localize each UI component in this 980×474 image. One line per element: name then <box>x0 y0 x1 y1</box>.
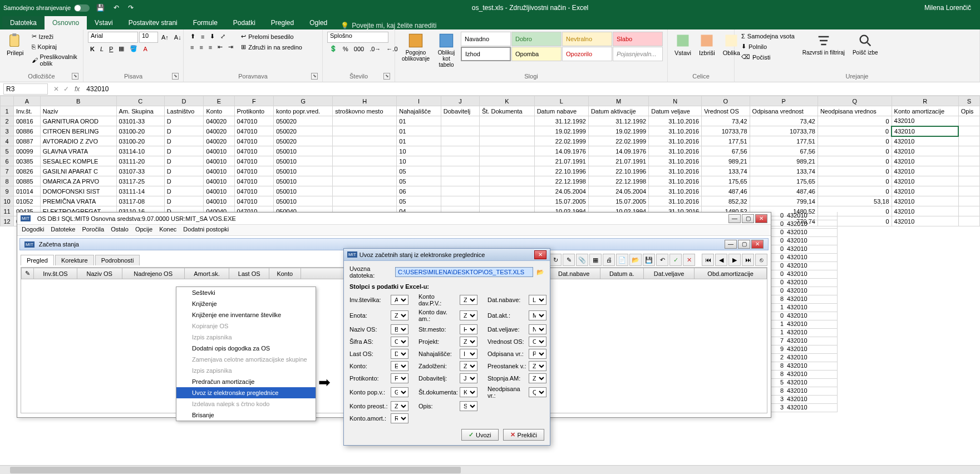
cell[interactable]: 133,74 <box>702 166 750 176</box>
browse-button[interactable]: 📂 <box>536 269 544 276</box>
import-button[interactable]: ✓Uvozi <box>461 429 499 441</box>
cell[interactable]: 040020 <box>204 136 234 146</box>
mit-col[interactable]: Amort.sk. <box>184 268 229 279</box>
cell[interactable]: 050010 <box>274 156 333 166</box>
cell[interactable] <box>479 196 534 206</box>
sub-minimize-button[interactable]: — <box>725 240 737 249</box>
style-good[interactable]: Dobro <box>511 32 562 46</box>
cell[interactable]: 047010 <box>234 126 274 136</box>
delete-tb-button[interactable]: ✕ <box>683 254 695 266</box>
mit-col[interactable]: Last OS <box>229 268 269 279</box>
col-select[interactable]: Z <box>391 310 408 320</box>
cell[interactable]: 31.10.2016 <box>649 116 702 126</box>
menu-Dodatni postopki[interactable]: Dodatni postopki <box>183 226 229 234</box>
col-select[interactable]: Z <box>460 310 477 320</box>
cell[interactable]: 15.07.2005 <box>534 196 588 206</box>
cell[interactable]: D <box>164 136 204 146</box>
bold-button[interactable]: K <box>88 45 97 53</box>
cell[interactable]: 31.10.2016 <box>649 146 702 156</box>
exit-button[interactable]: ⎋ <box>755 254 767 266</box>
cell[interactable]: 31.12.1992 <box>534 116 588 126</box>
row-header-12[interactable]: 12 <box>1 216 14 226</box>
col-header-G[interactable]: G <box>274 96 333 106</box>
header-cell[interactable]: Odpisana vrednost <box>750 106 818 116</box>
currency-button[interactable]: 💲 <box>327 44 339 53</box>
cell[interactable]: 047010 <box>234 166 274 176</box>
cut-button[interactable]: ✂Izreži <box>29 32 80 41</box>
open-button[interactable]: 📂 <box>629 254 642 266</box>
cell[interactable]: 19.02.1999 <box>534 126 588 136</box>
cell[interactable]: 14.09.1976 <box>534 146 588 156</box>
cell[interactable]: 432010 <box>892 116 958 126</box>
cell[interactable]: 0 <box>818 156 892 166</box>
col-select[interactable]: B <box>391 324 408 334</box>
cell[interactable]: D <box>164 186 204 196</box>
col-header-J[interactable]: J <box>441 96 479 106</box>
cell[interactable]: 01014 <box>14 186 41 196</box>
tab-data[interactable]: Podatki <box>225 16 263 29</box>
cell[interactable]: 05 <box>397 196 441 206</box>
cell[interactable]: 047010 <box>234 136 274 146</box>
cell[interactable]: 10 <box>397 156 441 166</box>
cell[interactable]: 177,51 <box>750 136 818 146</box>
cell[interactable]: 00816 <box>14 116 41 126</box>
ctx-item-9[interactable]: Uvoz iz elektronske preglednice <box>176 387 316 398</box>
ctx-item-0[interactable]: Seštevki <box>176 287 316 298</box>
col-select[interactable]: Z <box>460 295 477 305</box>
cell[interactable]: 487,46 <box>702 186 750 196</box>
minimize-button[interactable]: — <box>728 214 741 223</box>
cell[interactable]: 0 <box>818 116 892 126</box>
header-cell[interactable]: Naziv <box>40 106 116 116</box>
cell[interactable] <box>441 186 479 196</box>
cell[interactable]: 67,56 <box>702 146 750 156</box>
header-cell[interactable]: Konto <box>204 106 234 116</box>
cell[interactable] <box>333 166 397 176</box>
col-select[interactable]: Z <box>529 373 546 383</box>
cell[interactable] <box>441 166 479 176</box>
cell[interactable] <box>479 176 534 186</box>
cell[interactable] <box>958 206 979 216</box>
cell[interactable] <box>441 146 479 156</box>
cell[interactable]: CITROEN BERLING <box>40 126 116 136</box>
cell[interactable]: 175,65 <box>750 176 818 186</box>
cell[interactable]: D <box>164 116 204 126</box>
cancel-formula-icon[interactable]: ✕ <box>51 85 61 93</box>
format-painter-button[interactable]: 🖌Preslikovalnik oblik <box>29 52 80 68</box>
cell[interactable]: 31.10.2016 <box>649 156 702 166</box>
cell[interactable]: 31.10.2016 <box>649 136 702 146</box>
border-button[interactable]: ▦ <box>116 44 126 53</box>
cell[interactable]: 73,42 <box>750 116 818 126</box>
cell[interactable]: 432010 <box>892 176 958 186</box>
col-header-P[interactable]: P <box>750 96 818 106</box>
col-select[interactable]: C <box>391 337 408 347</box>
cell[interactable]: 432010 <box>892 196 958 206</box>
row-header-3[interactable]: 3 <box>1 126 14 136</box>
insert-cells-button[interactable]: Vstavi <box>672 32 693 57</box>
align-bottom-button[interactable]: ⬇ <box>208 32 217 41</box>
cell[interactable]: 0 <box>818 136 892 146</box>
tab-formulas[interactable]: Formule <box>185 16 225 29</box>
import-file-input[interactable] <box>395 267 533 277</box>
cell[interactable]: 0 <box>818 146 892 156</box>
cell[interactable]: 22.12.1998 <box>588 176 648 186</box>
cell[interactable]: 14.09.1976 <box>588 146 648 156</box>
cell[interactable] <box>441 126 479 136</box>
cell[interactable]: 852,32 <box>702 196 750 206</box>
cell[interactable]: 03111-20 <box>116 156 164 166</box>
save-icon[interactable]: 💾 <box>94 3 107 13</box>
col-select[interactable]: Q <box>529 387 546 397</box>
tell-me[interactable]: 💡 Povejte mi, kaj želite narediti <box>341 22 436 29</box>
col-header-O[interactable]: O <box>702 96 750 106</box>
cell[interactable]: 0 <box>818 186 892 196</box>
merge-center-button[interactable]: ⊞Združi in na sredino <box>239 42 304 52</box>
cell[interactable]: 050020 <box>274 116 333 126</box>
cell[interactable] <box>958 186 979 196</box>
cell[interactable]: 432010 <box>892 156 958 166</box>
horizontal-scrollbar[interactable] <box>0 465 980 474</box>
tab-review[interactable]: Pregled <box>263 16 302 29</box>
cell[interactable]: 22.10.1996 <box>534 166 588 176</box>
comma-button[interactable]: 000 <box>352 45 366 53</box>
cell[interactable]: 15.07.2005 <box>588 196 648 206</box>
cell[interactable]: 31.10.2016 <box>649 186 702 196</box>
cell[interactable]: 10 <box>397 146 441 156</box>
